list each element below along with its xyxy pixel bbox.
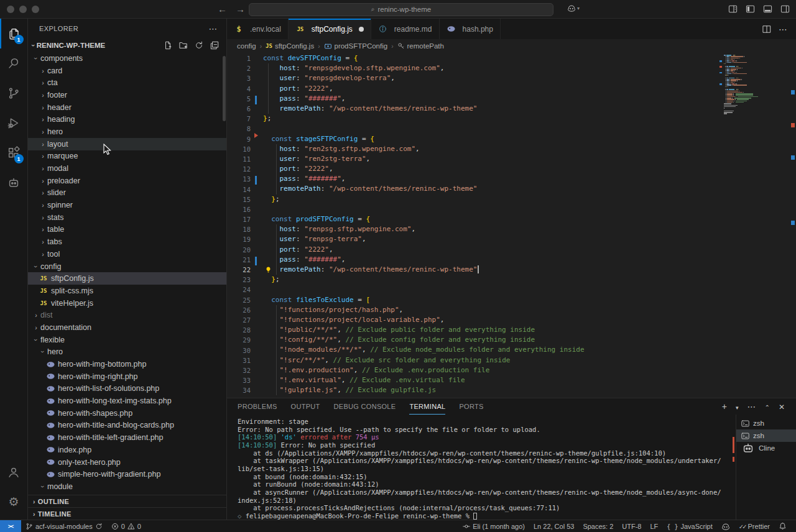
tree-folder-table[interactable]: ›table xyxy=(28,224,226,236)
panel-tab-output[interactable]: OUTPUT xyxy=(291,398,320,415)
status-0[interactable]: 00 xyxy=(107,520,146,532)
dropdown-icon[interactable]: ▾ xyxy=(736,402,739,411)
panel-tab-problems[interactable]: PROBLEMS xyxy=(238,398,277,415)
command-center-search[interactable]: ⌕ reninc-wp-theme xyxy=(249,3,553,16)
toggle-sidebar-left-icon[interactable] xyxy=(746,4,755,14)
tree-folder-hero[interactable]: ›hero xyxy=(28,346,226,359)
tree-folder-flexible[interactable]: ›flexible xyxy=(28,334,226,346)
status-copilot[interactable] xyxy=(717,520,734,532)
tree-folder-preloader[interactable]: ›preloader xyxy=(28,175,226,187)
tree-folder-card[interactable]: ›card xyxy=(28,65,226,77)
terminal-instance-zsh[interactable]: zsh xyxy=(736,417,796,429)
maximize-panel-icon[interactable]: ⌃ xyxy=(765,402,770,411)
tree-file-hero-with-img-bottom-php[interactable]: hero-with-img-bottom.php xyxy=(28,358,226,370)
breadcrumb-item[interactable]: config xyxy=(237,42,256,50)
terminal-instance-cline[interactable]: Cline xyxy=(736,442,796,454)
split-editor-icon[interactable] xyxy=(762,25,771,34)
breadcrumb-item[interactable]: remotePath xyxy=(397,42,444,50)
panel-tab-debug-console[interactable]: DEBUG CONSOLE xyxy=(334,398,396,415)
tab-hash-php[interactable]: hash.php xyxy=(440,19,501,39)
remote-indicator[interactable]: >< xyxy=(0,520,21,532)
tree-folder-dist[interactable]: ›dist xyxy=(28,309,226,321)
tree-folder-modal[interactable]: ›modal xyxy=(28,162,226,175)
status-javascript[interactable]: { }JavaScript xyxy=(662,520,716,532)
tree-file-split-css-mjs[interactable]: JSsplit-css.mjs xyxy=(28,285,226,297)
sidebar-section-timeline[interactable]: ›TIMELINE xyxy=(28,507,226,520)
code-editor[interactable]: 1const devSFTPConfig = {2 host: "renpsgd… xyxy=(227,53,796,398)
activity-cline-robot[interactable] xyxy=(0,168,28,198)
status-eli-1-month-ago-[interactable]: Eli (1 month ago) xyxy=(458,520,529,532)
activity-files[interactable]: 1 xyxy=(0,19,28,48)
tab-readme-md[interactable]: readme.md xyxy=(371,19,440,39)
terminal-output[interactable]: Environment: stageError: No path specifi… xyxy=(227,415,731,520)
panel-tab-ports[interactable]: PORTS xyxy=(459,398,483,415)
minimize-window-button[interactable] xyxy=(19,6,27,13)
tree-folder-tabs[interactable]: ›tabs xyxy=(28,236,226,248)
breadcrumb-item[interactable]: JSsftpConfig.js xyxy=(266,42,314,50)
tree-file-only-text-hero-php[interactable]: only-text-hero.php xyxy=(28,456,226,469)
nav-back-icon[interactable]: ← xyxy=(218,4,227,14)
status-bell[interactable] xyxy=(774,520,791,532)
tree-folder-module[interactable]: ›module xyxy=(28,480,226,493)
status-utf-8[interactable]: UTF-8 xyxy=(618,520,646,532)
customize-layout-icon[interactable] xyxy=(728,4,738,14)
new-terminal-icon[interactable]: + xyxy=(722,401,727,411)
refresh-icon[interactable] xyxy=(195,41,203,50)
tree-file-hero-with-list-of-solutions-php[interactable]: hero-with-list-of-solutions.php xyxy=(28,383,226,395)
breadcrumb[interactable]: config›JSsftpConfig.js›prodSFTPConfig›re… xyxy=(227,39,796,53)
new-folder-icon[interactable] xyxy=(179,41,188,50)
lightbulb-icon[interactable] xyxy=(265,266,272,273)
status-lf[interactable]: LF xyxy=(646,520,663,532)
status-prettier[interactable]: ✓✓Prettier xyxy=(734,520,774,532)
tree-folder-stats[interactable]: ›stats xyxy=(28,211,226,224)
activity-run-debug[interactable] xyxy=(0,108,28,138)
panel-tab-terminal[interactable]: TERMINAL xyxy=(409,398,445,415)
more-icon[interactable]: ⋯ xyxy=(747,401,756,411)
tree-folder-documentation[interactable]: ›documentation xyxy=(28,321,226,334)
sidebar-scrollbar[interactable] xyxy=(223,56,226,121)
collapse-all-icon[interactable] xyxy=(210,41,219,50)
activity-extensions[interactable]: 1 xyxy=(0,138,28,168)
tree-folder-slider[interactable]: ›slider xyxy=(28,187,226,200)
tree-file-hero-with-img-right-php[interactable]: hero-with-img-right.php xyxy=(28,370,226,383)
tree-folder-hero[interactable]: ›hero xyxy=(28,126,226,138)
tree-folder-layout[interactable]: ›layout xyxy=(28,138,226,150)
tree-file-hero-with-long-text-img-stats-php[interactable]: hero-with-long-text-img-stats.php xyxy=(28,395,226,407)
close-panel-icon[interactable]: ✕ xyxy=(779,402,785,411)
project-root-row[interactable]: › RENINC-WP-THEME xyxy=(28,39,226,52)
tree-file-hero-with-title-left-gradient-php[interactable]: hero-with-title-left-gradient.php xyxy=(28,431,226,444)
activity-settings-gear[interactable]: ⚙ xyxy=(0,487,28,517)
zoom-window-button[interactable] xyxy=(32,6,39,13)
tab--env-local[interactable]: $.env.local xyxy=(227,19,289,39)
tree-folder-spinner[interactable]: ›spinner xyxy=(28,199,226,211)
terminal-instance-zsh[interactable]: zsh xyxy=(736,429,796,442)
tree-file-vitehelper-js[interactable]: JSviteHelper.js xyxy=(28,297,226,310)
tree-folder-header[interactable]: ›header xyxy=(28,101,226,114)
tree-file-simple-hero-with-gradient-php[interactable]: simple-hero-with-gradient.php xyxy=(28,468,226,480)
tree-folder-marquee[interactable]: ›marquee xyxy=(28,150,226,163)
dirty-indicator-icon[interactable] xyxy=(359,27,364,32)
copilot-menu[interactable]: ▾ xyxy=(567,4,580,12)
tree-file-sftpconfig-js[interactable]: JSsftpConfig.js xyxy=(28,272,226,285)
tree-folder-heading[interactable]: ›heading xyxy=(28,113,226,126)
breadcrumb-item[interactable]: prodSFTPConfig xyxy=(324,42,388,50)
nav-forward-icon[interactable]: → xyxy=(236,4,245,14)
tree-folder-tool[interactable]: ›tool xyxy=(28,248,226,260)
tree-folder-footer[interactable]: ›footer xyxy=(28,89,226,101)
tree-folder-cta[interactable]: ›cta xyxy=(28,76,226,89)
activity-search[interactable] xyxy=(0,48,28,78)
activity-source-control[interactable] xyxy=(0,78,28,108)
tab-sftpconfig-js[interactable]: JSsftpConfig.js xyxy=(289,19,371,39)
sidebar-section-outline[interactable]: ›OUTLINE xyxy=(28,495,226,507)
explorer-more-icon[interactable]: ⋯ xyxy=(209,24,218,34)
tree-folder-config[interactable]: ›config xyxy=(28,260,226,273)
activity-account[interactable] xyxy=(0,457,28,487)
tree-file-index-php[interactable]: index.php xyxy=(28,444,226,456)
toggle-panel-icon[interactable] xyxy=(763,4,772,14)
new-file-icon[interactable] xyxy=(164,41,172,50)
tree-file-hero-with-shapes-php[interactable]: hero-with-shapes.php xyxy=(28,407,226,420)
tree-folder-components[interactable]: ›components xyxy=(28,52,226,65)
tree-file-hero-with-title-and-blog-cards-php[interactable]: hero-with-title-and-blog-cards.php xyxy=(28,420,226,432)
toggle-sidebar-right-icon[interactable] xyxy=(780,4,790,14)
status-spaces-2[interactable]: Spaces: 2 xyxy=(578,520,618,532)
